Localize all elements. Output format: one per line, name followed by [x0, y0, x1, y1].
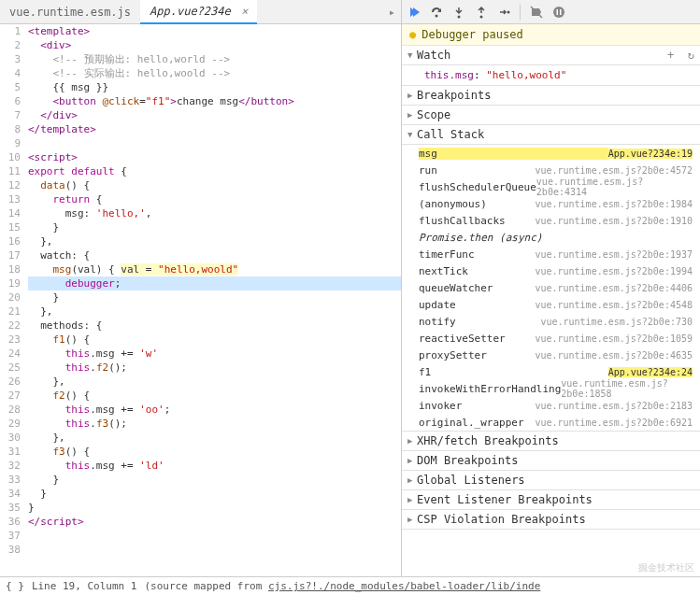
add-watch-icon[interactable]: + ↻	[667, 49, 694, 62]
watch-expr-text: this.msg	[424, 69, 474, 81]
watch-expression[interactable]: this.msg: "hello,woold"	[402, 65, 700, 86]
source-map-link[interactable]: cjs.js?!./node_modules/babel-loader/lib/…	[268, 580, 540, 592]
section-label: Global Listeners	[417, 474, 525, 487]
step-into-icon[interactable]	[452, 6, 465, 19]
section-label: XHR/fetch Breakpoints	[417, 434, 559, 447]
global-header[interactable]: ▶Global Listeners	[402, 471, 700, 490]
stack-frame[interactable]: reactiveSettervue.runtime.esm.js?2b0e:10…	[402, 330, 700, 347]
tab-inactive[interactable]: vue.runtime.esm.js	[0, 1, 140, 23]
cursor-position: Line 19, Column 1	[32, 580, 137, 592]
main-container: vue.runtime.esm.js App.vue?234e × ▸ 1234…	[0, 0, 700, 576]
dom-header[interactable]: ▶DOM Breakpoints	[402, 451, 700, 471]
stack-fn-name: nextTick	[419, 265, 535, 277]
chevron-right-icon: ▶	[407, 436, 417, 446]
code-editor[interactable]: 1234567891011121314151617181920212223242…	[0, 24, 401, 576]
status-bar: { } Line 19, Column 1 (source mapped fro…	[0, 576, 700, 595]
stack-frame[interactable]: original._wrappervue.runtime.esm.js?2b0e…	[402, 414, 700, 431]
stack-frame[interactable]: invokervue.runtime.esm.js?2b0e:2183	[402, 397, 700, 414]
stack-location[interactable]: vue.runtime.esm.js?2b0e:2183	[535, 401, 693, 411]
svg-point-0	[436, 14, 438, 17]
stack-fn-name: queueWatcher	[419, 282, 535, 294]
watch-header[interactable]: ▼ Watch + ↻	[402, 46, 700, 65]
pause-exceptions-icon[interactable]	[552, 6, 565, 19]
tab-nav-icon[interactable]: ▸	[383, 6, 401, 19]
source-map-text: (source mapped from cjs.js?!./node_modul…	[144, 580, 540, 592]
stack-frame[interactable]: nextTickvue.runtime.esm.js?2b0e:1994	[402, 262, 700, 279]
paused-text: Debugger paused	[421, 28, 522, 41]
stack-location[interactable]: vue.runtime.esm.js?2b0e:730	[540, 317, 693, 327]
debugger-toolbar	[402, 0, 700, 24]
stack-location[interactable]: vue.runtime.esm.js?2b0e:4314	[536, 177, 693, 197]
stack-frame[interactable]: invokeWithErrorHandlingvue.runtime.esm.j…	[402, 380, 700, 397]
deactivate-breakpoints-icon[interactable]	[530, 6, 543, 19]
section-label: Watch	[417, 49, 450, 62]
stack-location[interactable]: vue.runtime.esm.js?2b0e:1059	[535, 333, 693, 344]
scope-header[interactable]: ▶Scope	[402, 106, 700, 125]
stack-location[interactable]: vue.runtime.esm.js?2b0e:6921	[535, 418, 693, 428]
svg-rect-5	[557, 9, 559, 15]
stack-fn-name: flushSchedulerQueue	[419, 181, 536, 193]
stack-fn-name: invokeWithErrorHandling	[419, 383, 561, 395]
section-label: CSP Violation Breakpoints	[417, 513, 586, 526]
tab-active[interactable]: App.vue?234e ×	[140, 0, 257, 24]
stack-location[interactable]: vue.runtime.esm.js?2b0e:1994	[535, 266, 693, 276]
stack-location[interactable]: vue.runtime.esm.js?2b0e:1910	[535, 216, 693, 226]
debugger-sections: ▼ Watch + ↻ this.msg: "hello,woold" ▶Bre…	[402, 46, 700, 576]
stack-frame[interactable]: msgApp.vue?234e:19	[402, 145, 700, 162]
stack-frame[interactable]: proxySettervue.runtime.esm.js?2b0e:4635	[402, 347, 700, 363]
svg-point-2	[480, 15, 483, 18]
chevron-right-icon: ▶	[407, 456, 417, 465]
stack-fn-name: notify	[419, 316, 540, 328]
stack-location[interactable]: vue.runtime.esm.js?2b0e:4635	[535, 350, 693, 361]
resume-icon[interactable]	[407, 6, 421, 19]
stack-location[interactable]: App.vue?234e:19	[608, 149, 693, 159]
stack-frame: Promise.then (async)	[402, 229, 700, 246]
chevron-down-icon: ▼	[407, 50, 417, 60]
stack-frame[interactable]: flushSchedulerQueuevue.runtime.esm.js?2b…	[402, 178, 700, 195]
stack-location[interactable]: vue.runtime.esm.js?2b0e:1858	[561, 378, 693, 399]
step-icon[interactable]	[497, 6, 510, 19]
stack-fn-name: timerFunc	[419, 248, 535, 261]
svg-point-3	[507, 10, 510, 13]
code-body[interactable]: <template> <div> <!-- 预期输出: hello,world …	[28, 24, 401, 576]
stack-fn-name: Promise.then (async)	[419, 232, 693, 244]
format-icon[interactable]: { }	[6, 580, 24, 592]
section-label: Call Stack	[417, 128, 484, 141]
svg-point-4	[553, 7, 564, 18]
stack-fn-name: proxySetter	[419, 349, 535, 361]
stack-frame[interactable]: queueWatchervue.runtime.esm.js?2b0e:4406	[402, 279, 700, 296]
step-over-icon[interactable]	[430, 6, 443, 19]
stack-frame[interactable]: (anonymous)vue.runtime.esm.js?2b0e:1984	[402, 195, 700, 212]
paused-banner: ● Debugger paused	[402, 24, 700, 46]
watch-value: "hello,woold"	[486, 69, 566, 81]
event-header[interactable]: ▶Event Listener Breakpoints	[402, 490, 700, 510]
stack-fn-name: (anonymous)	[419, 198, 535, 210]
xhr-header[interactable]: ▶XHR/fetch Breakpoints	[402, 432, 700, 451]
editor-pane: vue.runtime.esm.js App.vue?234e × ▸ 1234…	[0, 0, 402, 576]
stack-frame[interactable]: timerFuncvue.runtime.esm.js?2b0e:1937	[402, 246, 700, 262]
close-icon[interactable]: ×	[241, 5, 248, 18]
chevron-right-icon: ▶	[407, 110, 417, 120]
stack-location[interactable]: vue.runtime.esm.js?2b0e:1937	[535, 249, 693, 260]
breakpoints-header[interactable]: ▶Breakpoints	[402, 86, 700, 106]
line-gutter: 1234567891011121314151617181920212223242…	[0, 24, 28, 576]
stack-fn-name: f1	[419, 366, 608, 378]
stack-location[interactable]: App.vue?234e:24	[608, 367, 693, 377]
svg-rect-6	[560, 9, 562, 15]
call-stack: msgApp.vue?234e:19runvue.runtime.esm.js?…	[402, 145, 700, 432]
callstack-header[interactable]: ▼Call Stack	[402, 125, 700, 145]
chevron-right-icon: ▶	[407, 515, 417, 524]
stack-fn-name: msg	[419, 148, 608, 160]
chevron-right-icon: ▶	[407, 91, 417, 100]
stack-location[interactable]: vue.runtime.esm.js?2b0e:4406	[535, 283, 693, 293]
stack-frame[interactable]: flushCallbacksvue.runtime.esm.js?2b0e:19…	[402, 212, 700, 229]
section-label: DOM Breakpoints	[417, 454, 518, 467]
stack-frame[interactable]: updatevue.runtime.esm.js?2b0e:4548	[402, 296, 700, 313]
csp-header[interactable]: ▶CSP Violation Breakpoints	[402, 510, 700, 530]
stack-location[interactable]: vue.runtime.esm.js?2b0e:4548	[535, 300, 693, 310]
stack-fn-name: reactiveSetter	[419, 333, 535, 345]
stack-location[interactable]: vue.runtime.esm.js?2b0e:1984	[535, 199, 693, 209]
step-out-icon[interactable]	[475, 6, 488, 19]
stack-location[interactable]: vue.runtime.esm.js?2b0e:4572	[535, 165, 693, 176]
stack-frame[interactable]: notifyvue.runtime.esm.js?2b0e:730	[402, 313, 700, 330]
